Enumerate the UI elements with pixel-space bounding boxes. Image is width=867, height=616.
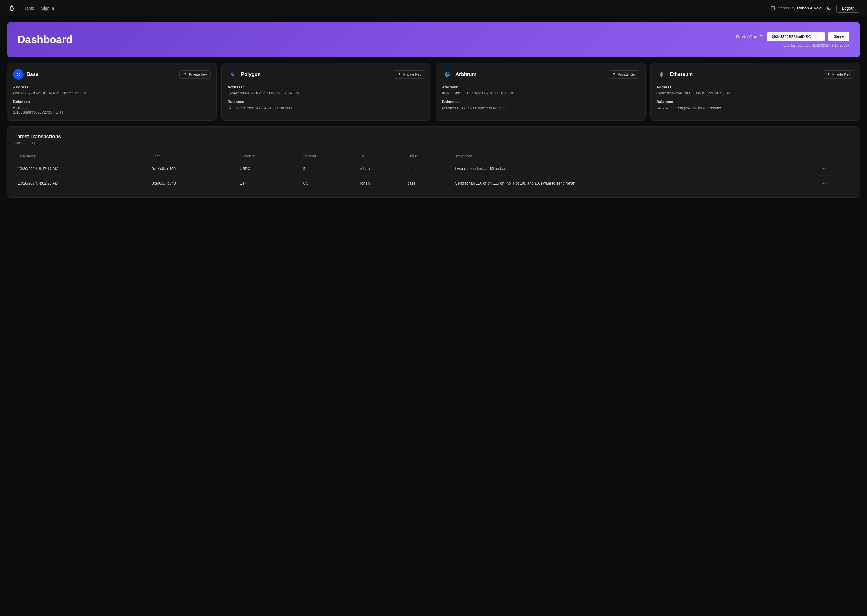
logout-button[interactable]: Logout [836, 4, 860, 13]
tx-more-1[interactable]: ··· [818, 162, 853, 176]
col-actions [818, 151, 853, 162]
upload-icon-ethereum [826, 72, 831, 77]
tx-timestamp-2: 10/20/2024, 4:02:23 AM [14, 176, 148, 191]
save-button[interactable]: Save [828, 32, 850, 41]
upload-icon-arbitrum [612, 72, 616, 77]
transactions-card: Latest Transactions Card Description Tim… [7, 126, 860, 198]
wallet-card-ethereum: Ethereum Private Key Address: 0xeb29f20C… [650, 63, 860, 121]
wallet-card-base: Base Private Key Address: 0x08217572cC2e… [7, 63, 217, 121]
col-transcript: Transcript [452, 151, 818, 162]
tx-amount-1: 5 [300, 162, 357, 176]
tx-to-2: rohan [356, 176, 404, 191]
tx-transcript-2: Send rohan 110 of on 110 oh, no. Not 100… [452, 176, 818, 191]
base-balance-usdc: 5 USDC [13, 106, 211, 110]
omi-id-label: Ravi's Omi ID: [736, 34, 764, 39]
arbitrum-balances-label: Balances [442, 99, 639, 104]
ethereum-icon [656, 69, 667, 80]
col-to: To [356, 151, 404, 162]
creators-label: Rohan & Ravi [797, 6, 822, 10]
svg-point-1 [228, 69, 238, 80]
created-by-text: created by Rohan & Ravi [770, 5, 822, 11]
svg-point-0 [16, 72, 21, 77]
base-balances-label: Balances [13, 99, 211, 104]
tx-transcript-1: I wanna send rohan $5 on base. [452, 162, 818, 176]
tx-more-2[interactable]: ··· [818, 176, 853, 191]
polygon-no-tokens: No tokens, fund your wallet to transact [228, 106, 425, 110]
wallet-name-base: Base [27, 72, 39, 77]
arbitrum-address-value: 0x2700Cfdc98C6177b078387CE235D13... ⧉ [442, 91, 639, 96]
private-key-button-arbitrum[interactable]: Private Key [608, 70, 639, 79]
tx-chain-1: base [404, 162, 452, 176]
transactions-subtitle: Card Description [14, 141, 853, 145]
private-key-button-ethereum[interactable]: Private Key [823, 70, 854, 79]
ethereum-address-value: 0xeb29f20Cc94e7B8C0Ef3b3c58ea31419... ⧉ [656, 91, 854, 96]
col-timestamp: Timestamp [14, 151, 148, 162]
copy-address-arbitrum[interactable]: ⧉ [510, 91, 513, 96]
arbitrum-no-tokens: No tokens, fund your wallet to transact [442, 106, 639, 110]
ethereum-balances-label: Balances [656, 99, 854, 104]
upload-icon-base [183, 72, 187, 77]
ethereum-address-label: Address: [656, 85, 854, 90]
ethereum-no-tokens: No tokens, fund your wallet to transact [656, 106, 854, 110]
copy-address-base[interactable]: ⧉ [83, 91, 87, 96]
upload-icon-polygon [398, 72, 402, 77]
wallet-name-arbitrum: Arbitrum [455, 72, 477, 77]
polygon-icon [228, 69, 238, 80]
col-amount: Amount [300, 151, 357, 162]
col-chain: Chain [404, 151, 452, 162]
wallet-name-polygon: Polygon [241, 72, 261, 77]
dark-mode-toggle[interactable] [826, 6, 832, 11]
tx-to-1: rohan [356, 162, 404, 176]
tx-timestamp-1: 10/20/2024, 8:17:17 AM [14, 162, 148, 176]
app-logo [7, 3, 16, 13]
copy-address-polygon[interactable]: ⧉ [296, 91, 299, 96]
main-content: Dashboard Ravi's Omi ID: Save data last … [0, 16, 867, 203]
dashboard-title: Dashboard [17, 34, 72, 46]
tx-hash-1: 0x14c6...e166 [148, 162, 236, 176]
nav-signin[interactable]: Sign In [41, 6, 54, 11]
wallet-card-arbitrum: Arbitrum Private Key Address: 0x2700Cfdc… [436, 63, 645, 121]
arbitrum-address-label: Address: [442, 85, 639, 90]
private-key-button-base[interactable]: Private Key [179, 70, 211, 79]
navbar: Home Sign In created by Rohan & Ravi Log… [0, 0, 867, 16]
base-address-label: Address: [13, 85, 211, 90]
transactions-table-body: 10/20/2024, 8:17:17 AM 0x14c6...e166 USD… [14, 162, 853, 191]
copy-address-ethereum[interactable]: ⧉ [727, 91, 730, 96]
base-icon [13, 69, 24, 80]
wallet-name-ethereum: Ethereum [670, 72, 692, 77]
data-updated-text: data last updated: 10/20/2024, 8:17:30 A… [784, 44, 850, 47]
tx-hash-2: 0xe033...b640 [148, 176, 236, 191]
tx-amount-2: 0.5 [300, 176, 357, 191]
col-currency: Currency [236, 151, 300, 162]
tx-currency-2: ETH [236, 176, 300, 191]
polygon-balances-label: Balances [228, 99, 425, 104]
created-by-label: created by [777, 6, 795, 10]
omi-id-section: Ravi's Omi ID: Save data last updated: 1… [736, 32, 850, 47]
table-row: 10/20/2024, 4:02:23 AM 0xe033...b640 ETH… [14, 176, 853, 191]
base-address-value: 0x08217572cC2eE0174145cFE0A1277e7... ⧉ [13, 91, 211, 96]
tx-currency-1: USDC [236, 162, 300, 176]
wallet-card-polygon: Polygon Private Key Address: 0xc44A70fac… [222, 63, 431, 121]
polygon-address-label: Address: [228, 85, 425, 90]
table-row: 10/20/2024, 8:17:17 AM 0x14c6...e166 USD… [14, 162, 853, 176]
transactions-table-header: Timestamp Hash Currency Amount To Chain … [14, 151, 853, 162]
omi-id-input[interactable] [767, 32, 825, 41]
tx-chain-2: base [404, 176, 452, 191]
transactions-table: Timestamp Hash Currency Amount To Chain … [14, 151, 853, 190]
private-key-button-polygon[interactable]: Private Key [394, 70, 425, 79]
wallet-grid: Base Private Key Address: 0x08217572cC2e… [7, 63, 860, 121]
nav-home[interactable]: Home [24, 6, 34, 11]
transactions-title: Latest Transactions [14, 134, 853, 140]
dashboard-header: Dashboard Ravi's Omi ID: Save data last … [7, 22, 860, 57]
arbitrum-icon [442, 69, 453, 80]
polygon-address-value: 0xc44A70facC733fFA9dC30661b98B764... ⧉ [228, 91, 425, 96]
col-hash: Hash [148, 151, 236, 162]
github-icon [770, 5, 776, 11]
base-balance-eth: 1.155089893075727357 ETH [13, 110, 211, 115]
